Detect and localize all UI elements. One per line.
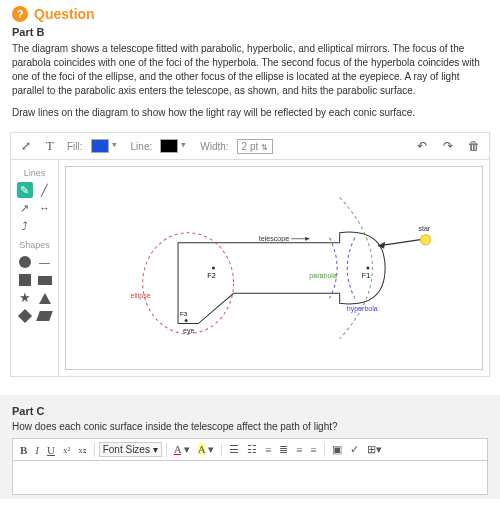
rich-text-area[interactable]	[12, 461, 488, 495]
diamond-shape[interactable]	[17, 308, 33, 324]
svg-text:parabola: parabola	[309, 272, 337, 280]
rich-text-toolbar: B I U x² x₂ Font Sizes ▾ A ▾ A ▾ ☰ ☷ ≡ ≣…	[12, 438, 488, 461]
line-color[interactable]	[160, 139, 178, 153]
parallelogram-shape[interactable]	[37, 308, 53, 324]
indent-button[interactable]: ≣	[276, 441, 291, 458]
highlight-button[interactable]: A ▾	[195, 441, 217, 458]
fill-color[interactable]	[91, 139, 109, 153]
image-button[interactable]: ▣	[329, 441, 345, 458]
svg-point-6	[366, 266, 369, 269]
svg-text:F3: F3	[180, 311, 188, 317]
part-c-label: Part C	[12, 405, 488, 417]
triangle-shape[interactable]	[37, 290, 53, 306]
drawing-toolbar: ⤢ T Fill: Line: Width: 2 pt ⇅ ↶ ↷ 🗑	[11, 133, 489, 160]
align-center-button[interactable]: ≡	[307, 442, 319, 458]
bullet-list-button[interactable]: ☰	[226, 441, 242, 458]
fill-label: Fill:	[67, 141, 83, 152]
text-tool[interactable]: T	[41, 137, 59, 155]
svg-text:hyperbola: hyperbola	[347, 305, 378, 313]
select-tool[interactable]: ⤢	[17, 137, 35, 155]
part-b-text-1: The diagram shows a telescope fitted wit…	[0, 42, 500, 106]
question-icon: ?	[12, 6, 28, 22]
star-label: star	[418, 225, 430, 232]
subscript-button[interactable]: x₂	[75, 443, 90, 457]
redo-icon[interactable]: ↷	[439, 137, 457, 155]
square-shape[interactable]	[17, 272, 33, 288]
underline-button[interactable]: U	[44, 442, 58, 458]
drawing-canvas[interactable]: star F2 F1 F3 telescope parabola hyperbo…	[59, 160, 489, 376]
font-size-select[interactable]: Font Sizes ▾	[99, 442, 162, 457]
pencil-tool[interactable]: ✎	[17, 182, 33, 198]
rect-shape[interactable]	[37, 272, 53, 288]
width-label: Width:	[200, 141, 228, 152]
text-color-button[interactable]: A ▾	[171, 441, 193, 458]
align-left-button[interactable]: ≡	[293, 442, 305, 458]
svg-point-4	[212, 266, 215, 269]
svg-text:F2: F2	[207, 272, 215, 279]
drawing-editor: ⤢ T Fill: Line: Width: 2 pt ⇅ ↶ ↷ 🗑 Line…	[10, 132, 490, 377]
superscript-button[interactable]: x²	[60, 443, 73, 457]
svg-text:eye: eye	[183, 327, 194, 335]
part-b-text-2: Draw lines on the diagram to show how th…	[0, 106, 500, 128]
svg-marker-2	[378, 242, 385, 249]
line-label: Line:	[131, 141, 153, 152]
italic-button[interactable]: I	[32, 442, 42, 458]
part-c-prompt: How does each conic surface inside the t…	[12, 421, 488, 432]
svg-text:ellipse: ellipse	[131, 292, 151, 300]
tool-palette: Lines ✎ ╱ ↗ ↔ ⤴ Shapes —	[11, 160, 59, 376]
svg-text:telescope: telescope	[259, 235, 289, 243]
line-shape[interactable]: —	[37, 254, 53, 270]
lines-label: Lines	[24, 168, 46, 178]
svg-point-0	[143, 233, 234, 334]
arrow-tool[interactable]: ↗	[17, 200, 33, 216]
question-title: Question	[34, 6, 95, 22]
star-shape[interactable]: ★	[17, 290, 33, 306]
svg-point-8	[185, 319, 188, 322]
shapes-label: Shapes	[19, 240, 50, 250]
width-select[interactable]: 2 pt ⇅	[237, 139, 273, 154]
svg-marker-12	[305, 237, 309, 241]
table-button[interactable]: ⊞▾	[364, 441, 385, 458]
curve-tool[interactable]: ⤴	[17, 218, 33, 234]
undo-icon[interactable]: ↶	[413, 137, 431, 155]
telescope-diagram: star F2 F1 F3 telescope parabola hyperbo…	[66, 167, 482, 369]
svg-text:F1: F1	[362, 272, 370, 279]
outdent-button[interactable]: ≡	[262, 442, 274, 458]
number-list-button[interactable]: ☷	[244, 441, 260, 458]
link-button[interactable]: ✓	[347, 441, 362, 458]
bold-button[interactable]: B	[17, 442, 30, 458]
svg-point-3	[420, 235, 430, 245]
double-arrow-tool[interactable]: ↔	[37, 200, 53, 216]
part-b-label: Part B	[0, 26, 500, 38]
circle-shape[interactable]	[17, 254, 33, 270]
line-tool[interactable]: ╱	[37, 182, 53, 198]
trash-icon[interactable]: 🗑	[465, 137, 483, 155]
